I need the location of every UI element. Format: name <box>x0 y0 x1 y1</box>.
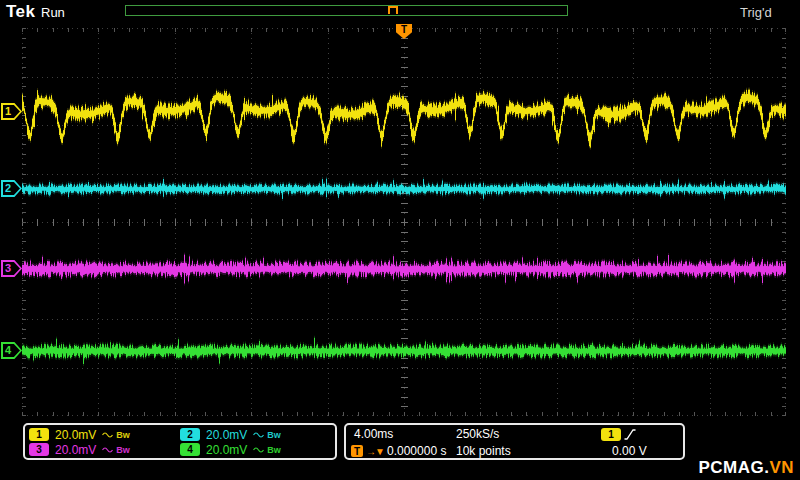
trigger-time: T →▼ 0.000000 s <box>351 444 446 458</box>
channel-marker-number: 2 <box>5 182 11 195</box>
trigger-position-top-icon <box>388 6 398 14</box>
bandwidth-icon: Bw <box>116 430 130 440</box>
channel-1-readout: 1 20.0mV Bw <box>29 427 180 442</box>
channel-marker-number: 4 <box>5 344 11 357</box>
channel-1-position-marker: 1 <box>1 103 22 120</box>
timebase-value: 4.00ms <box>354 427 393 441</box>
channel-badge: 1 <box>29 428 49 441</box>
channel-scale: 20.0mV <box>55 428 96 442</box>
channel-marker-number: 3 <box>5 262 11 275</box>
watermark-main: PCMAG. <box>698 458 769 477</box>
trigger-time-value: 0.000000 s <box>387 444 446 458</box>
channel-scale: 20.0mV <box>55 443 96 457</box>
trigger-arrow-icon: →▼ <box>366 446 384 457</box>
channel-readouts-box: 1 20.0mV Bw 2 20.0mV Bw 3 20.0mV Bw 4 <box>23 423 337 460</box>
channel-scale: 20.0mV <box>206 428 247 442</box>
sine-coupling-icon <box>102 446 113 454</box>
channel-badge: 2 <box>180 428 200 441</box>
sample-rate-value: 250kS/s <box>456 427 499 441</box>
watermark-accent: VN <box>769 458 794 477</box>
rising-edge-icon <box>624 428 636 441</box>
sine-coupling-icon <box>253 446 264 454</box>
trigger-source: 1 <box>601 427 636 441</box>
channel-4-readout: 4 20.0mV Bw <box>180 442 331 457</box>
acquisition-preview-bar <box>125 5 568 16</box>
watermark: PCMAG.VN <box>698 458 794 478</box>
acquisition-status: Run <box>41 5 65 20</box>
trigger-status: Trig'd <box>740 5 772 20</box>
bandwidth-icon: Bw <box>116 445 130 455</box>
trigger-source-badge: 1 <box>601 428 621 441</box>
sine-coupling-icon <box>253 431 264 439</box>
channel-2-readout: 2 20.0mV Bw <box>180 427 331 442</box>
record-length: 10k points <box>456 444 511 458</box>
trigger-level: 0.00 V <box>612 444 647 458</box>
channel-scale: 20.0mV <box>206 443 247 457</box>
channel-3-readout: 3 20.0mV Bw <box>29 442 180 457</box>
sine-coupling-icon <box>102 431 113 439</box>
oscilloscope-screen: Tek Run Trig'd 1 2 3 4 T 1 20.0mV Bw 2 <box>0 0 800 480</box>
channel-3-position-marker: 3 <box>1 260 22 277</box>
trigger-flag-icon: T <box>351 445 363 457</box>
channel-4-position-marker: 4 <box>1 342 22 359</box>
channel-badge: 4 <box>180 443 200 456</box>
graticule-waveform-display <box>22 28 786 416</box>
bandwidth-icon: Bw <box>267 430 281 440</box>
channel-badge: 3 <box>29 443 49 456</box>
bandwidth-icon: Bw <box>267 445 281 455</box>
horizontal-trigger-readout-box: 4.00ms 250kS/s 1 T →▼ 0.000000 s 10k poi… <box>344 423 685 460</box>
channel-2-position-marker: 2 <box>1 180 22 197</box>
channel-marker-number: 1 <box>5 105 11 118</box>
tek-logo: Tek <box>6 2 36 22</box>
